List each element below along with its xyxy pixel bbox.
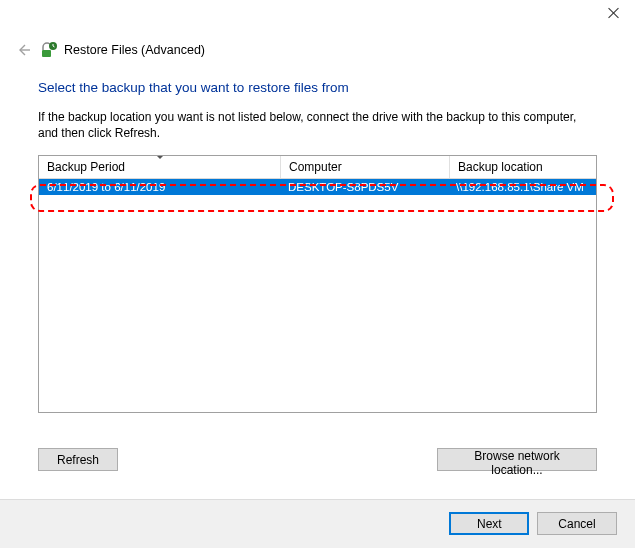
page-description: If the backup location you want is not l… — [38, 109, 597, 141]
backup-listview[interactable]: Backup Period Computer Backup location 6… — [38, 155, 597, 413]
wizard-header: Restore Files (Advanced) — [12, 38, 623, 62]
mid-button-row: Refresh Browse network location... — [38, 448, 597, 476]
content-area: Select the backup that you want to resto… — [38, 80, 597, 413]
window-title: Restore Files (Advanced) — [64, 43, 205, 57]
table-row[interactable]: 6/11/2019 to 6/11/2019 DESKTOP-S8PDS5V \… — [39, 179, 596, 195]
wizard-footer: Next Cancel — [0, 499, 635, 548]
listview-body: 6/11/2019 to 6/11/2019 DESKTOP-S8PDS5V \… — [39, 179, 596, 413]
svg-rect-1 — [42, 50, 51, 57]
listview-header: Backup Period Computer Backup location — [39, 156, 596, 179]
cell-backup-period: 6/11/2019 to 6/11/2019 — [39, 181, 280, 193]
page-title: Select the backup that you want to resto… — [38, 80, 597, 95]
cancel-button[interactable]: Cancel — [537, 512, 617, 535]
column-header-backup-location[interactable]: Backup location — [450, 156, 596, 178]
browse-network-location-button[interactable]: Browse network location... — [437, 448, 597, 471]
column-header-computer[interactable]: Computer — [281, 156, 450, 178]
refresh-button[interactable]: Refresh — [38, 448, 118, 471]
back-button[interactable] — [12, 39, 34, 61]
cell-computer: DESKTOP-S8PDS5V — [280, 181, 448, 193]
column-header-backup-period[interactable]: Backup Period — [39, 156, 281, 178]
restore-files-icon — [40, 41, 58, 59]
cell-backup-location: \\192.168.85.1\Share VM — [448, 181, 596, 193]
close-button[interactable] — [605, 6, 623, 24]
titlebar — [0, 0, 635, 30]
next-button[interactable]: Next — [449, 512, 529, 535]
